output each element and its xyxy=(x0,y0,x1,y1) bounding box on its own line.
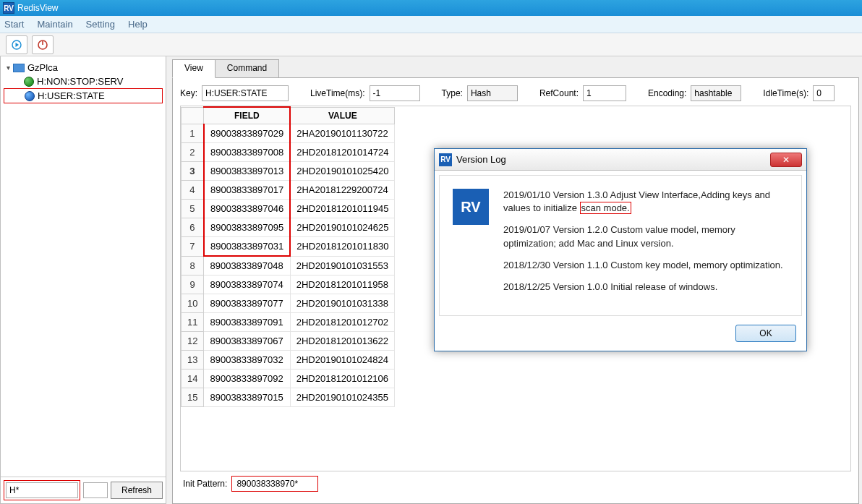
table-row[interactable]: 7890038338970312HD20181201011830 xyxy=(182,237,395,257)
row-number: 1 xyxy=(182,124,204,143)
table-row[interactable]: 4890038338970172HA20181229200724 xyxy=(182,181,395,200)
property-bar: Key: LiveTime(ms): Type: RefCount: Encod… xyxy=(180,85,851,101)
row-number: 9 xyxy=(182,276,204,294)
cell-value[interactable]: 2HD20190101025420 xyxy=(290,162,395,181)
cell-field[interactable]: 89003833897091 xyxy=(204,313,290,332)
table-row[interactable]: 6890038338970952HD20190101024625 xyxy=(182,218,395,237)
row-number: 4 xyxy=(182,181,204,200)
init-pattern-input[interactable] xyxy=(231,476,318,492)
refresh-button[interactable]: Refresh xyxy=(111,482,163,499)
pattern-extra-input[interactable] xyxy=(83,482,108,498)
window-title: RedisView xyxy=(17,3,58,13)
cell-field[interactable]: 89003833897092 xyxy=(204,370,290,388)
col-field[interactable]: FIELD xyxy=(204,107,290,124)
menu-start[interactable]: Start xyxy=(4,19,24,30)
cell-value[interactable]: 2HD20190101024355 xyxy=(290,388,395,407)
tree-key-0[interactable]: H:NON:STOP:SERV xyxy=(4,74,163,88)
cell-value[interactable]: 2HD20181201011830 xyxy=(290,237,395,257)
cell-field[interactable]: 89003833897017 xyxy=(204,181,290,200)
row-number: 3 xyxy=(182,162,204,181)
cell-field[interactable]: 89003833897008 xyxy=(204,143,290,162)
cell-value[interactable]: 2HD20190101024625 xyxy=(290,218,395,237)
ok-button[interactable]: OK xyxy=(735,325,796,342)
dialog-title: Version Log xyxy=(456,154,506,165)
table-row[interactable]: 1890038338970292HA20190101130722 xyxy=(182,124,395,143)
dialog-close-button[interactable]: ✕ xyxy=(770,153,802,167)
table-row[interactable]: 14890038338970922HD20181201012106 xyxy=(182,370,395,388)
cell-field[interactable]: 89003833897048 xyxy=(204,256,290,276)
cell-field[interactable]: 89003833897074 xyxy=(204,276,290,294)
cell-field[interactable]: 89003833897015 xyxy=(204,388,290,407)
cell-value[interactable]: 2HD20181201012106 xyxy=(290,370,395,388)
cell-value[interactable]: 2HA20181229200724 xyxy=(290,181,395,200)
col-value[interactable]: VALUE xyxy=(290,107,395,124)
cell-field[interactable]: 89003833897031 xyxy=(204,237,290,257)
table-row[interactable]: 5890038338970462HD20181201011945 xyxy=(182,200,395,218)
menu-help[interactable]: Help xyxy=(128,19,148,30)
table-row[interactable]: 8890038338970482HD20190101031553 xyxy=(182,256,395,276)
power-icon xyxy=(38,40,48,50)
livetime-label: LiveTime(ms): xyxy=(310,88,365,98)
cell-value[interactable]: 2HD20181201012702 xyxy=(290,313,395,332)
table-row[interactable]: 2890038338970082HD20181201014724 xyxy=(182,143,395,162)
power-button[interactable] xyxy=(32,35,54,54)
table-row[interactable]: 11890038338970912HD20181201012702 xyxy=(182,313,395,332)
cell-field[interactable]: 89003833897032 xyxy=(204,351,290,370)
cell-field[interactable]: 89003833897067 xyxy=(204,332,290,351)
tab-command[interactable]: Command xyxy=(215,59,279,78)
play-button[interactable] xyxy=(6,35,27,54)
livetime-input[interactable] xyxy=(370,85,420,101)
row-number: 5 xyxy=(182,200,204,218)
row-number: 11 xyxy=(182,313,204,332)
idletime-label: IdleTime(s): xyxy=(763,88,808,98)
sidebar-footer: Refresh xyxy=(1,477,166,503)
row-header-blank xyxy=(182,107,204,124)
key-input[interactable] xyxy=(202,85,289,101)
tabs: View Command xyxy=(172,59,859,78)
app-icon: RV xyxy=(439,153,452,166)
globe-icon xyxy=(24,77,34,87)
cell-value[interactable]: 2HD20190101031553 xyxy=(290,256,395,276)
table-row[interactable]: 15890038338970152HD20190101024355 xyxy=(182,388,395,407)
type-label: Type: xyxy=(442,88,463,98)
table-row[interactable]: 9890038338970742HD20181201011958 xyxy=(182,276,395,294)
encoding-label: Encoding: xyxy=(648,88,686,98)
table-row[interactable]: 3890038338970132HD20190101025420 xyxy=(182,162,395,181)
cell-value[interactable]: 2HD20181201011945 xyxy=(290,200,395,218)
key-label: Key: xyxy=(180,88,197,98)
cell-value[interactable]: 2HD20181201013622 xyxy=(290,332,395,351)
svg-marker-1 xyxy=(16,43,20,47)
tab-view[interactable]: View xyxy=(172,59,216,78)
dialog-titlebar[interactable]: RV Version Log ✕ xyxy=(435,149,806,171)
table-row[interactable]: 10890038338970772HD20190101031338 xyxy=(182,294,395,313)
menu-maintain[interactable]: Maintain xyxy=(37,19,72,30)
pattern-input[interactable] xyxy=(6,482,78,498)
cell-field[interactable]: 89003833897013 xyxy=(204,162,290,181)
refcount-input xyxy=(583,85,626,101)
cell-value[interactable]: 2HA20190101130722 xyxy=(290,124,395,143)
cell-value[interactable]: 2HD20190101031338 xyxy=(290,294,395,313)
close-icon: ✕ xyxy=(782,155,790,165)
cell-field[interactable]: 89003833897077 xyxy=(204,294,290,313)
row-number: 2 xyxy=(182,143,204,162)
cell-field[interactable]: 89003833897046 xyxy=(204,200,290,218)
data-grid: FIELD VALUE 1890038338970292HA2019010113… xyxy=(181,106,395,407)
row-number: 14 xyxy=(182,370,204,388)
cell-field[interactable]: 89003833897029 xyxy=(204,124,290,143)
version-entry: 2018/12/30 Version 1.1.0 Custom key mode… xyxy=(503,259,788,272)
tree-connection[interactable]: GzPlca xyxy=(4,61,163,74)
menubar: Start Maintain Setting Help xyxy=(0,16,862,33)
row-number: 10 xyxy=(182,294,204,313)
menu-setting[interactable]: Setting xyxy=(86,19,115,30)
table-row[interactable]: 13890038338970322HD20190101024824 xyxy=(182,351,395,370)
dialog-app-icon: RV xyxy=(453,189,489,225)
tree-key-1[interactable]: H:USER:STATE xyxy=(4,88,163,103)
cell-value[interactable]: 2HD20181201011958 xyxy=(290,276,395,294)
table-row[interactable]: 12890038338970672HD20181201013622 xyxy=(182,332,395,351)
cell-value[interactable]: 2HD20181201014724 xyxy=(290,143,395,162)
idletime-input xyxy=(813,85,835,101)
cell-field[interactable]: 89003833897095 xyxy=(204,218,290,237)
cell-value[interactable]: 2HD20190101024824 xyxy=(290,351,395,370)
sidebar: GzPlca H:NON:STOP:SERV H:USER:STATE Refr… xyxy=(0,56,166,504)
toolbar xyxy=(0,33,862,56)
